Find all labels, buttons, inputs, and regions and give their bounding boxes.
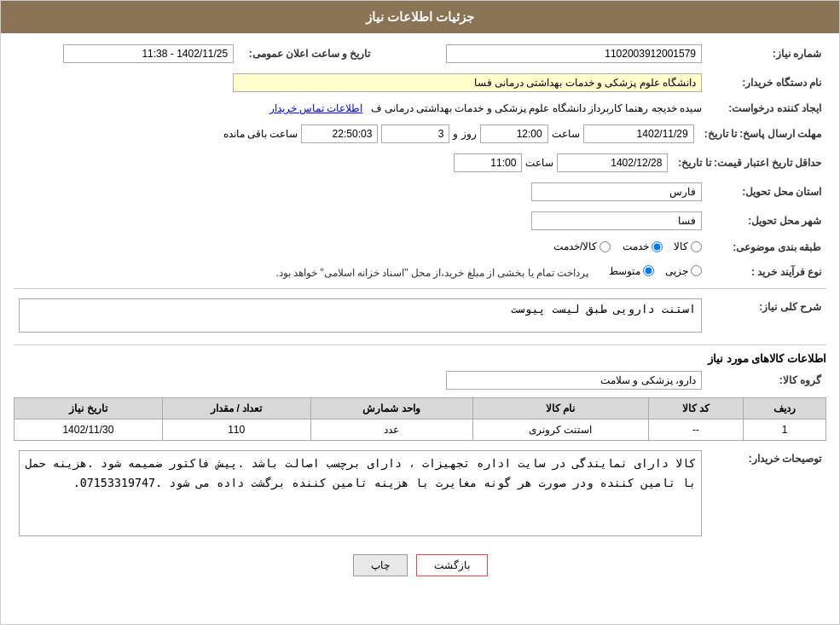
goods-group-row: گروه کالا: دارو، پزشکی و سلامت bbox=[14, 368, 826, 392]
page-wrapper: جزئیات اطلاعات نیاز شماره نیاز: 11020039… bbox=[0, 0, 840, 625]
buyer-notes-textarea[interactable] bbox=[19, 450, 702, 536]
back-button[interactable]: بازگشت bbox=[416, 554, 488, 576]
description-textarea[interactable] bbox=[19, 298, 702, 333]
purchase-medium-option[interactable]: متوسط bbox=[609, 265, 654, 277]
need-number-value: 1102003912001579 bbox=[446, 44, 702, 63]
cell-product-code: -- bbox=[648, 420, 743, 441]
header-title: جزئیات اطلاعات نیاز bbox=[366, 9, 474, 24]
city-label: شهر محل تحویل: bbox=[707, 209, 826, 233]
price-validity-date: 1402/12/28 bbox=[557, 153, 668, 172]
response-deadline-label: مهلت ارسال پاسخ: تا تاریخ: bbox=[699, 122, 826, 146]
footer-buttons: بازگشت چاپ bbox=[14, 554, 826, 576]
col-quantity: تعداد / مقدار bbox=[162, 398, 310, 420]
divider-1 bbox=[14, 288, 826, 289]
response-time-label: ساعت bbox=[552, 128, 580, 140]
purchase-note: پرداخت تمام یا بخشی از مبلغ خرید،از محل … bbox=[275, 267, 588, 279]
response-day-label: روز و bbox=[453, 128, 476, 140]
response-time: 12:00 bbox=[480, 124, 548, 143]
creator-link[interactable]: اطلاعات تماس خریدار bbox=[269, 102, 363, 114]
price-validity-label: حداقل تاریخ اعتبار قیمت: تا تاریخ: bbox=[673, 151, 826, 175]
description-label: شرح کلی نیاز: bbox=[707, 296, 826, 338]
buyer-name-label: نام دستگاه خریدار: bbox=[707, 71, 826, 95]
purchase-type-label: نوع فرآیند خرید : bbox=[707, 263, 826, 282]
content-area: شماره نیاز: 1102003912001579 تاریخ و ساع… bbox=[1, 33, 839, 593]
category-goods-option[interactable]: کالا bbox=[674, 240, 702, 252]
creator-label: ایجاد کننده درخواست: bbox=[707, 100, 826, 117]
province-row: استان محل تحویل: فارس bbox=[14, 180, 826, 204]
price-validity-time-label: ساعت bbox=[525, 157, 553, 169]
purchase-type-row: نوع فرآیند خرید : جزیی متوسط پرداخت تمام… bbox=[14, 263, 826, 282]
cell-row-num: 1 bbox=[744, 420, 826, 441]
page-header: جزئیات اطلاعات نیاز bbox=[1, 1, 839, 33]
creator-row: ایجاد کننده درخواست: سیده خدیجه رهنما کا… bbox=[14, 100, 826, 117]
city-value: فسا bbox=[531, 211, 702, 230]
col-row-num: ردیف bbox=[744, 398, 826, 420]
date-announce-label: تاریخ و ساعت اعلان عمومی: bbox=[239, 42, 375, 66]
goods-group-label: گروه کالا: bbox=[707, 368, 826, 392]
date-announce-value: 1402/11/25 - 11:38 bbox=[63, 44, 234, 63]
buyer-name-row: نام دستگاه خریدار: دانشگاه علوم پزشکی و … bbox=[14, 71, 826, 95]
buyer-notes-row: توصیحات خریدار: bbox=[14, 448, 826, 541]
goods-info-header: اطلاعات کالاهای مورد نیاز bbox=[14, 352, 826, 365]
col-need-date: تاریخ نیاز bbox=[14, 398, 163, 420]
remaining-time: 22:50:03 bbox=[301, 124, 378, 143]
category-row: طبقه بندی موضوعی: کالا خدمت کالا/خدمت bbox=[14, 238, 826, 258]
response-date: 1402/11/29 bbox=[583, 124, 694, 143]
col-product-code: کد کالا bbox=[648, 398, 743, 420]
table-row: 1 -- استنت کرونری عدد 110 1402/11/30 bbox=[14, 420, 826, 441]
response-deadline-row: مهلت ارسال پاسخ: تا تاریخ: 1402/11/29 سا… bbox=[14, 122, 826, 146]
purchase-minor-option[interactable]: جزیی bbox=[665, 265, 702, 277]
response-days: 3 bbox=[381, 124, 449, 143]
buyer-notes-label: توصیحات خریدار: bbox=[707, 448, 826, 541]
goods-group-value: دارو، پزشکی و سلامت bbox=[446, 371, 702, 390]
divider-2 bbox=[14, 344, 826, 345]
buyer-name-value: دانشگاه علوم پزشکی و خدمات بهداشتی درمان… bbox=[233, 73, 702, 92]
category-label: طبقه بندی موضوعی: bbox=[707, 238, 826, 258]
category-goods-service-option[interactable]: کالا/خدمت bbox=[553, 240, 611, 252]
need-number-label: شماره نیاز: bbox=[707, 42, 826, 66]
need-number-row: شماره نیاز: 1102003912001579 تاریخ و ساع… bbox=[14, 42, 826, 66]
goods-table: ردیف کد کالا نام کالا واحد شمارش تعداد /… bbox=[14, 397, 826, 441]
price-validity-time: 11:00 bbox=[454, 153, 522, 172]
category-service-option[interactable]: خدمت bbox=[623, 240, 663, 252]
col-unit: واحد شمارش bbox=[310, 398, 472, 420]
cell-quantity: 110 bbox=[162, 420, 310, 441]
province-value: فارس bbox=[531, 182, 702, 201]
province-label: استان محل تحویل: bbox=[707, 180, 826, 204]
remaining-time-label: ساعت باقی مانده bbox=[223, 128, 298, 140]
col-product-name: نام کالا bbox=[472, 398, 648, 420]
price-validity-row: حداقل تاریخ اعتبار قیمت: تا تاریخ: 1402/… bbox=[14, 151, 826, 175]
print-button[interactable]: چاپ bbox=[353, 554, 408, 576]
creator-value: سیده خدیجه رهنما کاربرداز دانشگاه علوم پ… bbox=[371, 102, 702, 114]
cell-unit: عدد bbox=[310, 420, 472, 441]
city-row: شهر محل تحویل: فسا bbox=[14, 209, 826, 233]
description-row: شرح کلی نیاز: bbox=[14, 296, 826, 338]
cell-need-date: 1402/11/30 bbox=[14, 420, 163, 441]
cell-product-name: استنت کرونری bbox=[472, 420, 648, 441]
